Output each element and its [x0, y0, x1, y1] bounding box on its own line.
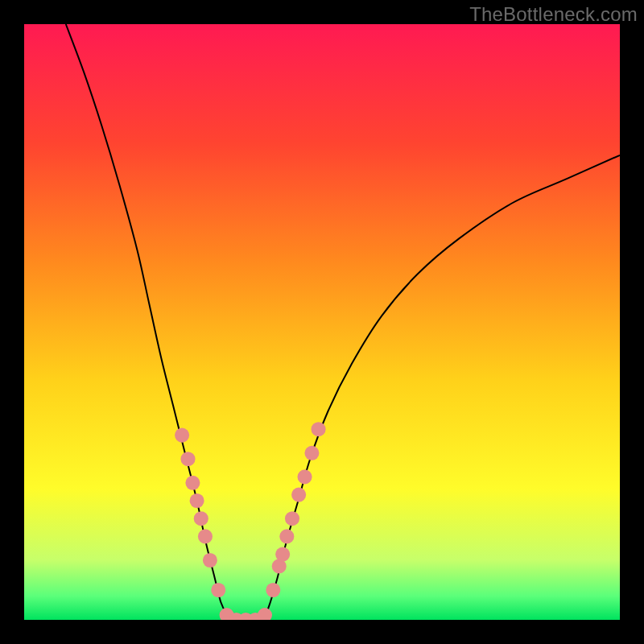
- marker-dot: [312, 422, 326, 436]
- watermark-text: TheBottleneck.com: [469, 3, 638, 26]
- marker-dot: [190, 493, 204, 508]
- gradient-bg: [24, 24, 620, 620]
- marker-dot: [285, 511, 299, 526]
- marker-dot: [211, 583, 225, 597]
- marker-dot: [194, 511, 208, 526]
- marker-dot: [185, 476, 200, 490]
- bottleneck-chart: [24, 24, 620, 620]
- marker-dot: [198, 529, 213, 543]
- marker-dot: [291, 488, 306, 502]
- marker-dot: [275, 547, 290, 562]
- marker-dot: [180, 452, 195, 466]
- marker-dot: [175, 428, 189, 443]
- outer-frame: TheBottleneck.com: [0, 0, 644, 644]
- marker-dot: [203, 553, 217, 568]
- marker-dot: [304, 446, 319, 460]
- marker-dot: [298, 469, 312, 484]
- marker-dot: [279, 529, 294, 543]
- marker-dot: [266, 583, 280, 597]
